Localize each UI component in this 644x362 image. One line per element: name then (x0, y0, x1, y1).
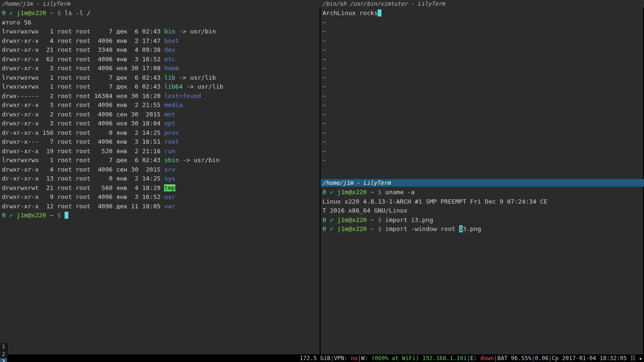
status-bar: 1234 172.5 GiB|VPN: no|W: (060% at WiFi)… (0, 354, 644, 362)
left-terminal-title[interactable]: /home/j1m - LilyTerm (0, 0, 321, 8)
workspace-1[interactable]: 1 (0, 343, 8, 351)
workspace-3[interactable]: 3 (0, 358, 8, 362)
top-right-terminal-title[interactable]: /bin/sh /usr/bin/vimtutor - LilyTerm (321, 0, 644, 8)
bottom-right-terminal[interactable]: 0 ✓ j1m@x220 ~ $ uname -aLinux x220 4.8.… (321, 187, 644, 354)
left-terminal[interactable]: 0 ✓ j1m@x220 ~ $ ls -l /итого 56lrwxrwxr… (0, 8, 321, 354)
workspace-2[interactable]: 2 (0, 351, 8, 358)
workspace-switcher: 1234 (0, 343, 8, 362)
bottom-right-terminal-title[interactable]: /home/j1m - LilyTerm (321, 179, 644, 187)
status-bar-right: 172.5 GiB|VPN: no|W: (060% at WiFi) 192.… (300, 354, 644, 362)
top-right-terminal[interactable]: ArchLinux rocks ~~~~~~~~~~~~~~~~ (321, 8, 644, 179)
